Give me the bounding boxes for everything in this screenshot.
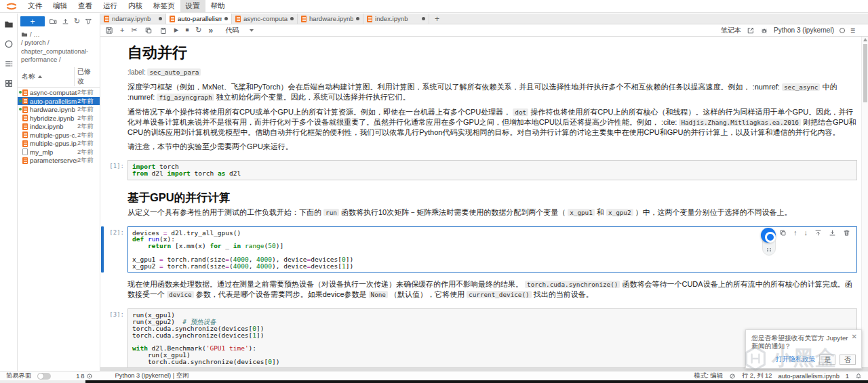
run-icon[interactable]: ▶	[174, 27, 179, 33]
cell-type-dropdown[interactable]: 代码	[225, 26, 254, 35]
file-list-header: 名称 已修改	[18, 66, 100, 88]
new-folder-icon[interactable]	[50, 18, 57, 25]
menu-标签页[interactable]: 标签页	[148, 0, 180, 12]
paste-icon[interactable]	[159, 26, 167, 35]
file-list: async-computati...2年前auto-parallelism...…	[18, 88, 100, 371]
text-segment: x_gpu2	[606, 209, 633, 216]
duplicate-icon[interactable]	[779, 229, 787, 237]
sort-ascending-icon[interactable]	[38, 75, 42, 78]
kernel-name-button[interactable]: Python 3 (ipykernel)	[774, 26, 834, 34]
code-line: return [x.mm(x) for _ in range(50)]	[132, 243, 852, 249]
menu-文件[interactable]: 文件	[22, 0, 47, 12]
add-cell-icon[interactable]: +	[120, 26, 124, 34]
column-name[interactable]: 名称	[22, 72, 35, 81]
close-icon[interactable]: ✕	[852, 332, 857, 341]
menu-帮助[interactable]: 帮助	[205, 0, 231, 12]
tab-label: ndarray.ipynb	[112, 15, 156, 22]
stop-icon[interactable]: ■	[185, 27, 189, 33]
upload-icon[interactable]	[62, 18, 69, 25]
refresh-icon[interactable]: ↻	[74, 18, 80, 25]
file-row[interactable]: async-computati...2年前	[18, 88, 100, 97]
extensions-icon[interactable]	[4, 79, 14, 88]
toolbar-right-group: 笔记本 Python 3 (ipykernel) ≡	[721, 26, 863, 35]
assistant-button[interactable]	[761, 228, 776, 243]
activity-bar	[0, 14, 18, 371]
code-cell[interactable]: [3]:run(x_gpu1)run(x_gpu2) # 预热设备torch.c…	[106, 308, 857, 367]
paragraph: 从定义一个具有参考性的用于测试的工作负载开始：下面的 run 函数将执行10次矩…	[127, 207, 857, 218]
file-row[interactable]: multiple-gpus-c...2年前	[18, 131, 100, 140]
insert-above-icon[interactable]	[814, 229, 822, 237]
tab-ndarray.ipynb[interactable]: ndarray.ipynb	[100, 14, 166, 24]
hamburger-icon[interactable]: ≡	[850, 26, 855, 35]
debugger-icon[interactable]	[760, 26, 768, 35]
yes-button[interactable]: 是	[819, 355, 835, 365]
scroll-up-arrow[interactable]	[863, 38, 867, 41]
bell-icon[interactable]	[855, 373, 862, 380]
no-button[interactable]: 否	[840, 355, 856, 365]
table-of-contents-icon[interactable]	[4, 59, 14, 68]
file-modified: 2年前	[77, 156, 98, 165]
move-down-icon[interactable]: ↓	[804, 229, 808, 237]
markdown-cell[interactable]: 基于GPU的并行计算从定义一个具有参考性的用于测试的工作负载开始：下面的 run…	[106, 184, 857, 223]
file-row[interactable]: hardware.ipynb2年前	[18, 105, 100, 114]
new-tab-button[interactable]: +	[429, 14, 445, 24]
breadcrumb-root[interactable]: / …	[30, 31, 40, 39]
kernel-status-text[interactable]: Python 3 (ipykernel) | 空闲	[115, 371, 189, 380]
move-up-icon[interactable]: ↑	[793, 229, 797, 237]
run-all-icon[interactable]: »	[209, 26, 214, 35]
restart-icon[interactable]: ↻	[195, 26, 201, 34]
cut-icon[interactable]: ✂	[131, 26, 137, 34]
sessions-counts[interactable]: 1 8	[76, 373, 92, 380]
file-row[interactable]: multiple-gpus.ip...2年前	[18, 139, 100, 148]
file-row[interactable]: parameterserver...2年前	[18, 156, 100, 165]
file-row[interactable]: index.ipynb2年前	[18, 122, 100, 131]
save-icon[interactable]	[105, 26, 113, 35]
menu-设置[interactable]: 设置	[180, 0, 205, 12]
filter-icon[interactable]	[85, 18, 92, 25]
dirty-indicator	[290, 17, 294, 20]
code-editor[interactable]: import torchfrom d2l import torch as d2l	[127, 160, 857, 180]
heading-2: 基于GPU的并行计算	[127, 190, 857, 204]
cursor-position[interactable]: 行 2, 列 12	[742, 371, 772, 380]
code-cell[interactable]: [2]:↑↓devices = d2l.try_all_gpus()def ru…	[106, 226, 857, 273]
simple-mode-toggle[interactable]	[37, 373, 51, 380]
circle-slash-icon[interactable]	[729, 373, 736, 380]
column-modified[interactable]: 已修改	[74, 67, 97, 86]
delete-icon[interactable]	[843, 229, 850, 237]
file-row[interactable]: auto-parallelism...2年前	[18, 97, 100, 106]
code-editor[interactable]: devices = d2l.try_all_gpus()def run(x): …	[127, 226, 857, 273]
dirty-indicator	[422, 17, 425, 20]
file-modified: 2年前	[77, 88, 98, 97]
tab-hardware.ipynb[interactable]: hardware.ipynb	[298, 14, 363, 24]
insert-below-icon[interactable]	[829, 229, 836, 237]
breadcrumb-path[interactable]: / pytorch / chapter_computational-perfor…	[21, 39, 96, 64]
markdown-cell[interactable]: 自动并行:label: sec_auto_para深度学习框架（例如，MxNet…	[106, 40, 857, 157]
new-launcher-button[interactable]: +	[20, 16, 45, 26]
assistant-widget[interactable]	[761, 228, 777, 256]
file-row[interactable]: hybridize.ipynb2年前	[18, 114, 100, 123]
vertical-scrollbar[interactable]	[861, 37, 868, 367]
breadcrumb[interactable]: / … / pytorch / chapter_computational-pe…	[18, 28, 100, 64]
scrollbar-thumb[interactable]	[863, 44, 867, 102]
code-cell[interactable]: [1]:import torchfrom d2l import torch as…	[106, 160, 857, 180]
copy-icon[interactable]	[144, 26, 153, 35]
tab-index.ipynb[interactable]: index.ipynb	[363, 14, 429, 24]
open-launcher-icon[interactable]	[747, 26, 755, 35]
menu-编辑[interactable]: 编辑	[47, 0, 73, 12]
running-sessions-icon[interactable]	[4, 39, 14, 49]
menu-查看[interactable]: 查看	[73, 0, 98, 12]
menu-运行[interactable]: 运行	[98, 0, 123, 12]
tab-auto-parallelism.ipynb[interactable]: auto-parallelism.ipynb	[166, 14, 232, 24]
file-browser-icon[interactable]	[4, 20, 14, 29]
dirty-indicator	[224, 17, 228, 20]
notification-count: 1	[846, 373, 849, 380]
markdown-cell[interactable]: 现在使用函数来处理数据。通过在测量之前需要预热设备（对设备执行一次传递）来确保缓…	[106, 276, 857, 305]
notebook-content[interactable]: 自动并行:label: sec_auto_para深度学习框架（例如，MxNet…	[100, 37, 868, 367]
menu-内核[interactable]: 内核	[123, 0, 148, 12]
privacy-policy-link[interactable]: 打开隐私政策	[776, 355, 816, 364]
file-row[interactable]: my_mlp2年前	[18, 148, 100, 157]
notebook-icon	[367, 16, 372, 22]
tab-async-computation.ipynb[interactable]: async-computation.ipynb	[232, 14, 298, 24]
chevron-down-icon	[250, 29, 254, 32]
kernel-running-dot	[19, 91, 22, 94]
